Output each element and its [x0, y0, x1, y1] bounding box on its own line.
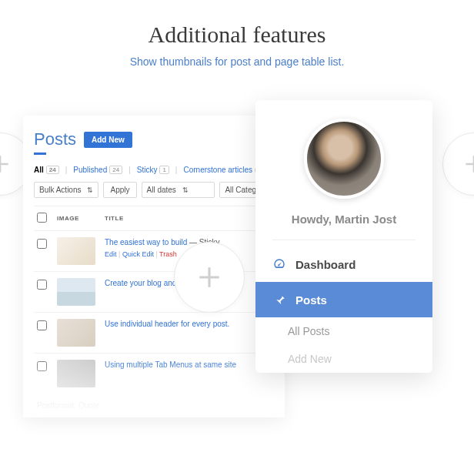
pin-icon — [272, 293, 286, 307]
edit-link[interactable]: Edit — [105, 250, 117, 258]
plus-icon — [195, 263, 224, 292]
title-underline — [34, 153, 46, 155]
post-thumbnail — [57, 360, 95, 387]
table-header: IMAGE TITLE — [34, 206, 274, 231]
dates-select[interactable]: All dates — [142, 182, 215, 198]
avatar — [304, 119, 384, 199]
row-checkbox[interactable] — [37, 320, 47, 330]
plus-icon — [462, 152, 474, 176]
posts-heading: Posts — [34, 129, 76, 149]
filter-cornerstone[interactable]: Cornerstone articles (0) — [183, 166, 264, 174]
sidebar-panel: Howdy, Martin Jost Dashboard Posts All P… — [255, 100, 432, 373]
post-title-link[interactable]: Using multiple Tab Menus at same site — [105, 360, 236, 369]
posts-label: Posts — [295, 293, 327, 307]
bulk-actions-select[interactable]: Bulk Actions — [34, 182, 98, 198]
sidebar-sub-all-posts[interactable]: All Posts — [255, 317, 432, 345]
filter-published[interactable]: Published24 — [73, 166, 122, 174]
row-checkbox[interactable] — [37, 239, 47, 249]
sidebar-item-dashboard[interactable]: Dashboard — [255, 246, 432, 282]
quick-edit-link[interactable]: Quick Edit — [122, 250, 154, 258]
post-title-link[interactable]: The easiest way to build — [105, 238, 187, 246]
divider — [272, 240, 416, 240]
row-checkbox[interactable] — [37, 280, 47, 290]
page-title: Additional features — [0, 22, 474, 48]
apply-button[interactable]: Apply — [103, 182, 136, 198]
sidebar-sub-add-new[interactable]: Add New — [255, 345, 432, 373]
page-subtitle: Show thumbnails for post and page table … — [0, 55, 474, 68]
post-title-link[interactable]: Use individual header for every post. — [105, 320, 229, 328]
greeting-text: Howdy, Martin Jost — [255, 213, 432, 240]
post-thumbnail — [57, 278, 95, 306]
plus-decoration-center — [174, 242, 245, 313]
filter-all[interactable]: All24 — [34, 166, 59, 174]
trash-link[interactable]: Trash — [159, 250, 177, 258]
sidebar-item-posts[interactable]: Posts — [255, 282, 432, 317]
dashboard-label: Dashboard — [295, 258, 356, 271]
select-all-checkbox[interactable] — [37, 213, 47, 223]
table-row: Using multiple Tab Menus at same site — [34, 354, 274, 394]
col-title: TITLE — [105, 215, 271, 222]
filter-sticky[interactable]: Sticky1 — [137, 166, 169, 174]
filter-row: All24 | Published24 | Sticky1 | Cornerst… — [34, 166, 274, 174]
row-checkbox[interactable] — [37, 361, 47, 371]
plus-icon — [0, 152, 12, 176]
header-section: Additional features Show thumbnails for … — [0, 0, 474, 68]
dashboard-icon — [272, 257, 286, 271]
table-row: Use individual header for every post. — [34, 313, 274, 354]
col-image: IMAGE — [57, 215, 95, 222]
post-thumbnail — [57, 319, 95, 347]
postformat-label: Postformat: Quote — [34, 394, 274, 417]
add-new-button[interactable]: Add New — [84, 132, 132, 148]
posts-panel: Posts Add New All24 | Published24 | Stic… — [23, 116, 285, 417]
post-thumbnail — [57, 237, 95, 265]
plus-decoration-right — [442, 132, 474, 196]
